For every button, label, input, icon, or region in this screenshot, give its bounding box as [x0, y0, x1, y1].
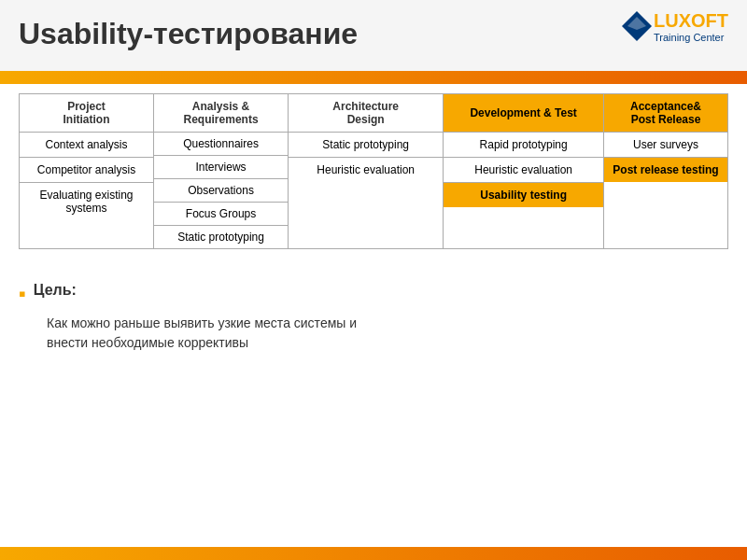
th-development-test: Development & Test [444, 94, 604, 133]
list-item: Competitor analysis [20, 158, 153, 183]
list-item: User surveys [604, 133, 727, 158]
list-item: Rapid prototyping [444, 133, 603, 158]
col-acceptance-post-release: User surveys Post release testing [604, 133, 728, 249]
list-item: Observations [154, 179, 288, 203]
col-project-initiation: Context analysis Competitor analysis Eva… [20, 133, 154, 249]
list-item: Static prototyping [289, 133, 443, 158]
list-item: Interviews [154, 156, 288, 179]
goal-title: Цель: [34, 282, 77, 299]
col-development-test: Rapid prototyping Heuristic evaluation U… [444, 133, 604, 249]
th-analysis-requirements: Analysis &Requirements [154, 94, 289, 133]
col-analysis-requirements: Questionnaires Interviews Observations F… [154, 133, 289, 249]
list-item: Static prototyping [154, 226, 288, 248]
logo-area: LUXOFT Training Center [620, 9, 728, 43]
list-item: Heuristic evaluation [444, 158, 603, 183]
list-item: Evaluating existing systems [20, 183, 153, 220]
logo-subtitle: Training Center [654, 32, 724, 43]
table-body-row: Context analysis Competitor analysis Eva… [20, 133, 728, 249]
th-acceptance-post-release: Acceptance&Post Release [604, 94, 728, 133]
bullet-icon: ▪ [19, 282, 26, 306]
main-content: ProjectInitiation Analysis &Requirements… [0, 84, 747, 273]
th-architecture-design: ArchitectureDesign [289, 94, 444, 133]
list-item-highlight: Usability testing [444, 183, 603, 207]
th-project-initiation: ProjectInitiation [20, 94, 154, 133]
goal-text: Как можно раньше выявить узкие места сис… [47, 314, 728, 353]
logo-text-container: LUXOFT Training Center [654, 10, 728, 43]
header-orange-bar [0, 71, 747, 84]
table-header-row: ProjectInitiation Analysis &Requirements… [20, 94, 728, 133]
page-title: Usability-тестирование [19, 17, 358, 51]
bottom-orange-bar [0, 547, 747, 560]
header: Usability-тестирование LUXOFT Training C… [0, 0, 747, 84]
logo-lux: LUX [654, 10, 691, 31]
logo-oft: OFT [691, 10, 728, 31]
list-item: Context analysis [20, 133, 153, 158]
goal-item: ▪ Цель: [19, 282, 728, 306]
goal-section: ▪ Цель: Как можно раньше выявить узкие м… [0, 273, 747, 353]
list-item: Focus Groups [154, 203, 288, 226]
logo-diamond-icon [620, 9, 654, 43]
phase-table: ProjectInitiation Analysis &Requirements… [19, 93, 728, 249]
list-item: Heuristic evaluation [289, 158, 443, 182]
col-architecture-design: Static prototyping Heuristic evaluation [289, 133, 444, 249]
list-item: Questionnaires [154, 133, 288, 156]
list-item-highlight: Post release testing [604, 158, 727, 182]
logo-name: LUXOFT [654, 10, 728, 32]
